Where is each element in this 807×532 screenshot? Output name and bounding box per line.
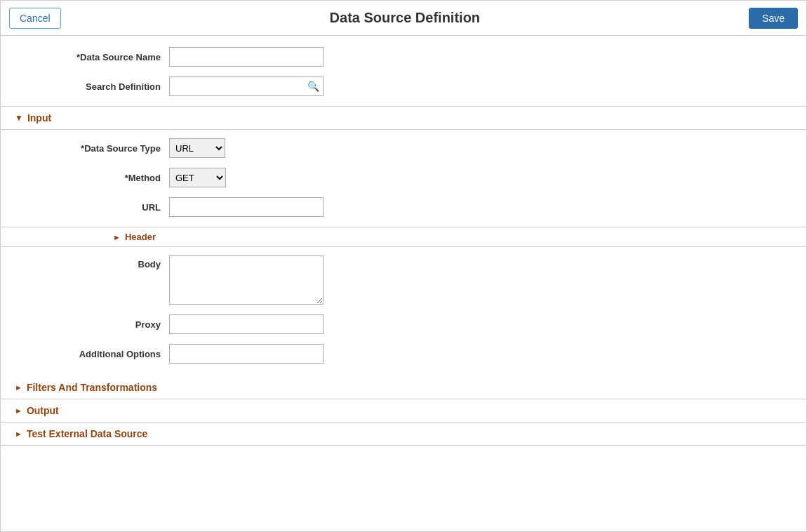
- input-section-header[interactable]: ▼ Input: [1, 106, 806, 130]
- filters-section-chevron: ►: [15, 383, 22, 392]
- body-label: Body: [15, 255, 169, 270]
- data-source-name-row: *Data Source Name: [1, 47, 806, 67]
- proxy-label: Proxy: [15, 319, 169, 330]
- input-section-chevron: ▼: [15, 113, 23, 123]
- cancel-button[interactable]: Cancel: [9, 8, 61, 29]
- url-row: URL: [1, 197, 806, 217]
- proxy-input[interactable]: [169, 314, 324, 334]
- save-button[interactable]: Save: [749, 8, 798, 29]
- search-definition-row: Search Definition 🔍: [1, 77, 806, 96]
- test-section-chevron: ►: [15, 430, 22, 438]
- page-title: Data Source Definition: [61, 10, 749, 26]
- additional-options-input[interactable]: [169, 344, 324, 364]
- search-definition-wrapper: 🔍: [169, 77, 324, 96]
- url-label: URL: [15, 202, 169, 213]
- proxy-row: Proxy: [1, 314, 806, 334]
- test-section-title: Test External Data Source: [27, 428, 147, 439]
- data-source-name-input[interactable]: [169, 47, 324, 67]
- search-definition-input[interactable]: [170, 77, 303, 95]
- method-label: *Method: [15, 173, 169, 183]
- data-source-type-select[interactable]: URL: [169, 138, 225, 158]
- method-select[interactable]: GET POST PUT DELETE: [169, 168, 226, 187]
- filters-section-title: Filters And Transformations: [27, 382, 157, 393]
- page-container: Cancel Data Source Definition Save *Data…: [0, 0, 807, 532]
- output-section-header[interactable]: ► Output: [1, 399, 806, 423]
- data-source-type-row: *Data Source Type URL: [1, 138, 806, 158]
- body-textarea[interactable]: [169, 255, 324, 305]
- body-row: Body: [1, 255, 806, 305]
- search-icon: 🔍: [307, 81, 319, 92]
- header-subsection-header[interactable]: ► Header: [1, 227, 806, 247]
- data-source-type-label: *Data Source Type: [15, 143, 169, 154]
- search-icon-button[interactable]: 🔍: [303, 77, 323, 95]
- test-section-header[interactable]: ► Test External Data Source: [1, 423, 806, 446]
- additional-options-label: Additional Options: [15, 349, 169, 359]
- input-section-title: Input: [27, 112, 51, 124]
- header: Cancel Data Source Definition Save: [1, 1, 806, 36]
- output-section-title: Output: [27, 405, 59, 416]
- data-source-name-label: *Data Source Name: [15, 52, 169, 62]
- form-area: *Data Source Name Search Definition 🔍 ▼ …: [1, 36, 806, 457]
- output-section-chevron: ►: [15, 406, 22, 415]
- search-definition-label: Search Definition: [15, 81, 169, 92]
- additional-options-row: Additional Options: [1, 344, 806, 364]
- method-row: *Method GET POST PUT DELETE: [1, 168, 806, 187]
- header-subsection-title: Header: [125, 232, 156, 242]
- header-subsection-chevron: ►: [113, 233, 121, 241]
- url-input[interactable]: [169, 197, 324, 217]
- filters-section-header[interactable]: ► Filters And Transformations: [1, 376, 806, 399]
